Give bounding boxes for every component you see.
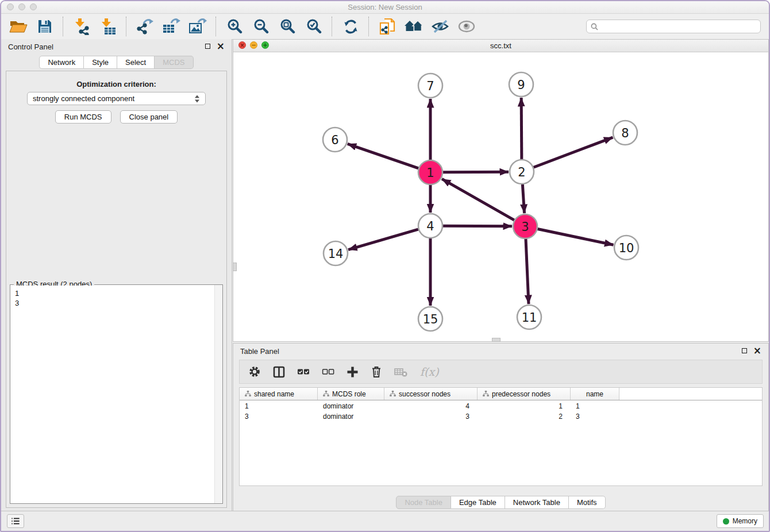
graph-edge-3-1[interactable] — [442, 179, 514, 220]
close-panel-icon[interactable]: × — [217, 43, 225, 49]
graph-node-label: 3 — [521, 220, 529, 234]
gear-icon — [248, 365, 261, 378]
graph-node-label: 4 — [426, 219, 434, 233]
export-network-button[interactable] — [133, 16, 156, 37]
graph-edge-4-14[interactable] — [348, 229, 418, 249]
graph-node-6[interactable]: 6 — [323, 128, 347, 152]
network-maximize-icon[interactable]: + — [261, 41, 269, 49]
save-session-button[interactable] — [33, 16, 56, 37]
result-scrollbar[interactable] — [214, 285, 222, 503]
import-network-button[interactable] — [70, 16, 93, 37]
search-icon — [591, 23, 598, 30]
graph-node-3[interactable]: 3 — [513, 214, 537, 238]
network-minimize-icon[interactable]: − — [250, 41, 257, 49]
mcds-result-line: 1 — [11, 288, 222, 298]
table-panel: Table Panel × — [233, 343, 769, 511]
column-header-mcds-role[interactable]: MCDS role — [318, 388, 384, 400]
graph-node-14[interactable]: 14 — [324, 241, 348, 265]
graph-node-label: 2 — [518, 165, 525, 179]
zoom-selected-button[interactable] — [302, 16, 325, 37]
splitter-handle[interactable] — [233, 263, 237, 271]
network-canvas[interactable]: 7968124314101511 — [233, 52, 768, 341]
memory-status-icon — [723, 518, 729, 525]
memory-button[interactable]: Memory — [717, 514, 764, 528]
graph-edge-4-3[interactable] — [443, 226, 512, 226]
run-mcds-button[interactable]: Run MCDS — [55, 110, 111, 124]
search-input[interactable] — [601, 22, 756, 31]
graph-edge-2-8[interactable] — [534, 137, 613, 167]
search-box[interactable] — [586, 20, 761, 33]
column-header-predecessor-nodes[interactable]: predecessor nodes — [478, 388, 571, 400]
graph-node-7[interactable]: 7 — [418, 74, 442, 98]
table-panel-tabs: Node TableEdge TableNetwork TableMotifs — [233, 496, 768, 509]
unselect-all-columns-button[interactable] — [322, 366, 334, 377]
hide-selected-button[interactable] — [429, 16, 452, 37]
column-header-shared-name[interactable]: shared name — [240, 388, 318, 400]
zoom-in-button[interactable] — [223, 16, 246, 37]
toolbar-separator — [215, 17, 217, 36]
column-header-label: MCDS role — [332, 390, 366, 398]
create-new-column-button[interactable] — [346, 366, 359, 378]
tab-select[interactable]: Select — [117, 56, 155, 69]
tab-node-table[interactable]: Node Table — [396, 496, 451, 509]
tab-style[interactable]: Style — [84, 56, 117, 69]
home-icon — [403, 19, 424, 34]
table-cell: 3 — [384, 413, 478, 421]
tab-edge-table[interactable]: Edge Table — [451, 496, 505, 509]
tab-network[interactable]: Network — [39, 56, 84, 69]
mcds-result-text[interactable]: 13 — [11, 286, 222, 503]
show-panels-menu-button[interactable] — [7, 514, 24, 528]
graph-edge-1-6[interactable] — [348, 144, 418, 168]
show-column-panel-button[interactable] — [273, 366, 285, 378]
splitter-handle[interactable] — [492, 338, 500, 342]
tab-mcds[interactable]: MCDS — [155, 56, 193, 69]
delete-columns-button[interactable] — [371, 365, 382, 378]
table-settings-button[interactable] — [248, 365, 261, 378]
graph-edge-1-2[interactable] — [443, 172, 509, 172]
zoom-fit-button[interactable] — [276, 16, 299, 37]
network-close-icon[interactable]: × — [238, 41, 246, 49]
graph-node-2[interactable]: 2 — [510, 160, 534, 184]
close-panel-button[interactable]: Close panel — [120, 110, 178, 124]
float-panel-icon[interactable] — [742, 348, 747, 353]
graph-edge-3-11[interactable] — [526, 239, 529, 304]
graph-edge-2-3[interactable] — [522, 184, 524, 213]
graph-edge-2-9[interactable] — [521, 98, 522, 159]
table-row[interactable]: 3dominator323 — [240, 412, 762, 421]
graph-node-9[interactable]: 9 — [509, 72, 533, 97]
graph-edge-3-10[interactable] — [538, 229, 614, 245]
apply-layout-button[interactable] — [339, 16, 362, 37]
export-table-icon — [162, 18, 180, 35]
tab-network-table[interactable]: Network Table — [505, 496, 569, 509]
first-neighbors-button[interactable] — [402, 16, 425, 37]
column-header-successor-nodes[interactable]: successor nodes — [384, 388, 478, 400]
import-table-button[interactable] — [97, 16, 120, 37]
export-image-button[interactable] — [186, 16, 209, 37]
tab-motifs[interactable]: Motifs — [569, 496, 606, 509]
graph-node-8[interactable]: 8 — [613, 121, 637, 145]
export-table-button[interactable] — [160, 16, 183, 37]
column-header-name[interactable]: name — [571, 388, 619, 400]
show-all-button[interactable] — [455, 16, 478, 37]
graph-node-label: 15 — [423, 313, 438, 326]
table-row[interactable]: 1dominator411 — [240, 402, 762, 411]
criterion-dropdown[interactable]: strongly connected component — [27, 92, 206, 105]
close-panel-icon[interactable]: × — [753, 348, 761, 353]
graph-node-1[interactable]: 1 — [418, 160, 442, 184]
graph-node-4[interactable]: 4 — [418, 214, 442, 238]
zoom-out-button[interactable] — [249, 16, 272, 37]
toolbar-separator — [63, 17, 64, 36]
app-titlebar: Session: New Session — [1, 1, 769, 14]
open-session-button[interactable] — [7, 16, 30, 37]
hierarchy-icon — [245, 391, 251, 397]
plus-icon — [346, 366, 359, 378]
float-panel-icon[interactable] — [205, 44, 210, 49]
select-all-columns-button[interactable] — [297, 366, 310, 377]
graph-node-10[interactable]: 10 — [614, 236, 638, 260]
graph-node-label: 14 — [328, 247, 344, 261]
graph-node-label: 6 — [331, 133, 338, 147]
new-network-from-selection-button[interactable] — [376, 16, 399, 37]
graph-node-15[interactable]: 15 — [418, 307, 442, 331]
import-network-icon — [73, 18, 90, 35]
graph-node-11[interactable]: 11 — [517, 305, 541, 329]
